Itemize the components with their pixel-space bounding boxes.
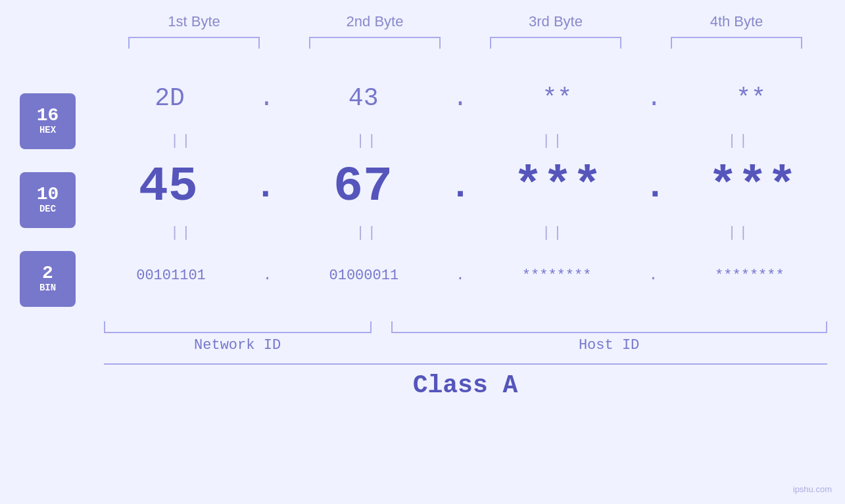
dec-b2: 67	[291, 159, 435, 215]
dec-dot2: .	[449, 166, 471, 208]
id-labels: Network ID Host ID	[104, 337, 827, 354]
bracket-top-4	[671, 37, 802, 49]
class-section: Class A	[104, 363, 827, 400]
byte3-header: 3rd Byte	[483, 13, 628, 30]
eq1-b3: ||	[481, 133, 625, 149]
dec-badge: 10 DEC	[20, 172, 76, 228]
bin-b4: ********	[677, 267, 822, 284]
class-label: Class A	[413, 371, 518, 400]
byte4-header: 4th Byte	[664, 13, 809, 30]
bottom-brackets	[104, 321, 827, 333]
byte1-header: 1st Byte	[122, 13, 266, 30]
hex-dot3: .	[646, 84, 662, 112]
hex-b2: 43	[291, 84, 436, 112]
eq1-b1: ||	[109, 133, 254, 149]
hex-dot2: .	[453, 84, 468, 112]
hex-row: 2D . 43 . ** . **	[89, 68, 832, 127]
eq2-b4: ||	[667, 225, 811, 241]
eq2-b2: ||	[295, 225, 440, 241]
bin-b1: 00101101	[99, 267, 243, 284]
bin-row: 00101101 . 01000011 . ******** . *******…	[89, 246, 832, 305]
bin-b3: ********	[485, 267, 629, 284]
bin-dot2: .	[456, 267, 464, 284]
bracket-host-id	[391, 321, 827, 333]
top-brackets	[104, 37, 827, 49]
main-container: 1st Byte 2nd Byte 3rd Byte 4th Byte 16 H…	[0, 0, 845, 504]
bottom-section: Network ID Host ID	[104, 321, 827, 354]
eq2-b1: ||	[109, 225, 254, 241]
bin-b2: 01000011	[291, 267, 436, 284]
dec-b1: 45	[96, 159, 241, 215]
dec-b3: ***	[485, 159, 630, 215]
dec-dot3: .	[644, 166, 666, 208]
hex-dot1: .	[259, 84, 274, 112]
hex-badge: 16 HEX	[20, 93, 76, 149]
hex-b1: 2D	[97, 84, 242, 112]
bracket-top-3	[490, 37, 621, 49]
host-id-label: Host ID	[391, 337, 827, 354]
byte-headers: 1st Byte 2nd Byte 3rd Byte 4th Byte	[104, 13, 827, 30]
eq1-b4: ||	[667, 133, 811, 149]
watermark: ipshu.com	[793, 484, 832, 494]
network-id-label: Network ID	[104, 337, 372, 354]
dec-dot1: .	[254, 166, 276, 208]
bin-dot3: .	[649, 267, 658, 284]
eq1-b2: ||	[295, 133, 440, 149]
dec-b4: ***	[680, 159, 825, 215]
eq2-b3: ||	[481, 225, 625, 241]
bin-badge: 2 BIN	[20, 251, 76, 307]
bracket-network-id	[104, 321, 372, 333]
dec-row: 45 . 67 . *** . ***	[89, 154, 832, 219]
bracket-top-1	[128, 37, 260, 49]
byte2-header: 2nd Byte	[302, 13, 447, 30]
hex-b4: **	[679, 84, 823, 112]
equals-row-2: || || || ||	[89, 219, 832, 246]
equals-row-1: || || || ||	[89, 127, 832, 154]
rows-container: 2D . 43 . ** . ** || || || ||	[89, 62, 832, 318]
bin-dot1: .	[263, 267, 272, 284]
base-labels: 16 HEX 10 DEC 2 BIN	[20, 81, 76, 318]
bracket-top-2	[309, 37, 441, 49]
hex-b3: **	[485, 84, 629, 112]
